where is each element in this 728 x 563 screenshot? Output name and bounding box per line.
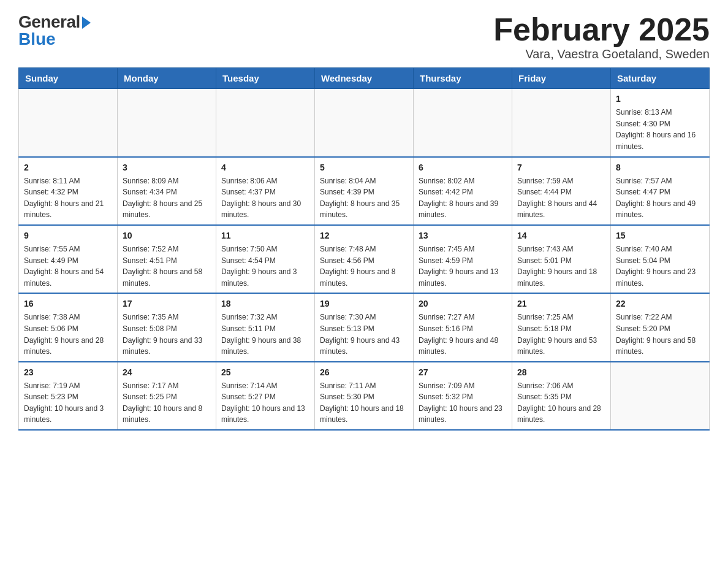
day-number: 28 [517,366,605,379]
calendar-cell: 12Sunrise: 7:48 AMSunset: 4:56 PMDayligh… [315,225,414,293]
calendar-cell: 2Sunrise: 8:11 AMSunset: 4:32 PMDaylight… [19,157,118,225]
day-info: Sunrise: 7:25 AMSunset: 5:18 PMDaylight:… [517,312,605,357]
day-info: Sunrise: 8:02 AMSunset: 4:42 PMDaylight:… [419,175,507,221]
day-info: Sunrise: 8:09 AMSunset: 4:34 PMDaylight:… [123,175,211,221]
day-info: Sunrise: 7:14 AMSunset: 5:27 PMDaylight:… [221,380,309,426]
col-sunday: Sunday [19,68,118,89]
col-tuesday: Tuesday [216,68,315,89]
day-number: 21 [517,297,605,310]
calendar-cell: 7Sunrise: 7:59 AMSunset: 4:44 PMDaylight… [512,157,611,225]
col-wednesday: Wednesday [315,68,414,89]
calendar-cell [19,89,118,157]
day-number: 5 [320,161,408,174]
calendar-cell: 15Sunrise: 7:40 AMSunset: 5:04 PMDayligh… [611,225,710,293]
day-number: 24 [123,366,211,379]
calendar-cell: 19Sunrise: 7:30 AMSunset: 5:13 PMDayligh… [315,293,414,361]
day-info: Sunrise: 7:55 AMSunset: 4:49 PMDaylight:… [24,243,112,289]
calendar-cell: 6Sunrise: 8:02 AMSunset: 4:42 PMDaylight… [414,157,512,225]
day-info: Sunrise: 7:22 AMSunset: 5:20 PMDaylight:… [616,312,704,357]
day-number: 22 [616,297,704,310]
title-block: February 2025 Vara, Vaestra Goetaland, S… [493,12,710,61]
page-header: General Blue February 2025 Vara, Vaestra… [18,12,710,61]
calendar-cell: 16Sunrise: 7:38 AMSunset: 5:06 PMDayligh… [19,293,118,361]
calendar-cell: 24Sunrise: 7:17 AMSunset: 5:25 PMDayligh… [118,362,216,430]
logo-chevron-icon [82,17,91,29]
day-number: 4 [221,161,309,174]
logo: General Blue [18,12,91,49]
calendar-week-5: 23Sunrise: 7:19 AMSunset: 5:23 PMDayligh… [19,362,710,430]
day-number: 14 [517,229,605,242]
day-info: Sunrise: 7:06 AMSunset: 5:35 PMDaylight:… [517,380,605,426]
col-monday: Monday [118,68,216,89]
calendar-cell [414,89,512,157]
calendar-table: Sunday Monday Tuesday Wednesday Thursday… [18,67,710,431]
calendar-cell [611,362,710,430]
col-friday: Friday [512,68,611,89]
day-number: 1 [616,93,704,105]
day-number: 11 [221,229,309,242]
day-info: Sunrise: 8:13 AMSunset: 4:30 PMDaylight:… [616,107,704,152]
calendar-week-1: 1Sunrise: 8:13 AMSunset: 4:30 PMDaylight… [19,89,710,157]
calendar-cell: 14Sunrise: 7:43 AMSunset: 5:01 PMDayligh… [512,225,611,293]
day-info: Sunrise: 8:04 AMSunset: 4:39 PMDaylight:… [320,175,408,221]
calendar-subtitle: Vara, Vaestra Goetaland, Sweden [493,47,710,61]
day-number: 13 [419,229,507,242]
calendar-cell: 25Sunrise: 7:14 AMSunset: 5:27 PMDayligh… [216,362,315,430]
day-number: 7 [517,161,605,174]
day-info: Sunrise: 7:43 AMSunset: 5:01 PMDaylight:… [517,243,605,289]
calendar-cell [216,89,315,157]
day-number: 8 [616,161,704,174]
calendar-cell: 13Sunrise: 7:45 AMSunset: 4:59 PMDayligh… [414,225,512,293]
day-number: 20 [419,297,507,310]
logo-blue-text: Blue [18,29,91,49]
calendar-cell [315,89,414,157]
day-number: 16 [24,297,112,310]
calendar-cell: 9Sunrise: 7:55 AMSunset: 4:49 PMDaylight… [19,225,118,293]
calendar-cell: 26Sunrise: 7:11 AMSunset: 5:30 PMDayligh… [315,362,414,430]
calendar-cell: 17Sunrise: 7:35 AMSunset: 5:08 PMDayligh… [118,293,216,361]
calendar-week-3: 9Sunrise: 7:55 AMSunset: 4:49 PMDaylight… [19,225,710,293]
calendar-cell: 10Sunrise: 7:52 AMSunset: 4:51 PMDayligh… [118,225,216,293]
day-info: Sunrise: 8:06 AMSunset: 4:37 PMDaylight:… [221,175,309,221]
day-number: 12 [320,229,408,242]
day-info: Sunrise: 7:32 AMSunset: 5:11 PMDaylight:… [221,312,309,357]
day-info: Sunrise: 8:11 AMSunset: 4:32 PMDaylight:… [24,175,112,221]
calendar-cell: 3Sunrise: 8:09 AMSunset: 4:34 PMDaylight… [118,157,216,225]
col-thursday: Thursday [414,68,512,89]
day-info: Sunrise: 7:19 AMSunset: 5:23 PMDaylight:… [24,380,112,426]
day-number: 3 [123,161,211,174]
calendar-title: February 2025 [493,12,710,47]
days-of-week-row: Sunday Monday Tuesday Wednesday Thursday… [19,68,710,89]
calendar-cell: 11Sunrise: 7:50 AMSunset: 4:54 PMDayligh… [216,225,315,293]
day-info: Sunrise: 7:40 AMSunset: 5:04 PMDaylight:… [616,243,704,289]
calendar-cell [118,89,216,157]
day-info: Sunrise: 7:30 AMSunset: 5:13 PMDaylight:… [320,312,408,357]
day-info: Sunrise: 7:57 AMSunset: 4:47 PMDaylight:… [616,175,704,221]
day-number: 6 [419,161,507,174]
day-info: Sunrise: 7:52 AMSunset: 4:51 PMDaylight:… [123,243,211,289]
day-number: 10 [123,229,211,242]
calendar-cell: 18Sunrise: 7:32 AMSunset: 5:11 PMDayligh… [216,293,315,361]
day-info: Sunrise: 7:17 AMSunset: 5:25 PMDaylight:… [123,380,211,426]
calendar-cell: 22Sunrise: 7:22 AMSunset: 5:20 PMDayligh… [611,293,710,361]
calendar-cell: 1Sunrise: 8:13 AMSunset: 4:30 PMDaylight… [611,89,710,157]
calendar-cell [512,89,611,157]
day-number: 9 [24,229,112,242]
day-info: Sunrise: 7:59 AMSunset: 4:44 PMDaylight:… [517,175,605,221]
calendar-header: Sunday Monday Tuesday Wednesday Thursday… [19,68,710,89]
day-number: 25 [221,366,309,379]
day-number: 17 [123,297,211,310]
day-info: Sunrise: 7:48 AMSunset: 4:56 PMDaylight:… [320,243,408,289]
day-number: 26 [320,366,408,379]
day-info: Sunrise: 7:27 AMSunset: 5:16 PMDaylight:… [419,312,507,357]
day-info: Sunrise: 7:38 AMSunset: 5:06 PMDaylight:… [24,312,112,357]
calendar-body: 1Sunrise: 8:13 AMSunset: 4:30 PMDaylight… [19,89,710,430]
day-number: 23 [24,366,112,379]
col-saturday: Saturday [611,68,710,89]
day-number: 19 [320,297,408,310]
calendar-cell: 20Sunrise: 7:27 AMSunset: 5:16 PMDayligh… [414,293,512,361]
day-info: Sunrise: 7:09 AMSunset: 5:32 PMDaylight:… [419,380,507,426]
day-info: Sunrise: 7:35 AMSunset: 5:08 PMDaylight:… [123,312,211,357]
calendar-cell: 8Sunrise: 7:57 AMSunset: 4:47 PMDaylight… [611,157,710,225]
day-number: 2 [24,161,112,174]
